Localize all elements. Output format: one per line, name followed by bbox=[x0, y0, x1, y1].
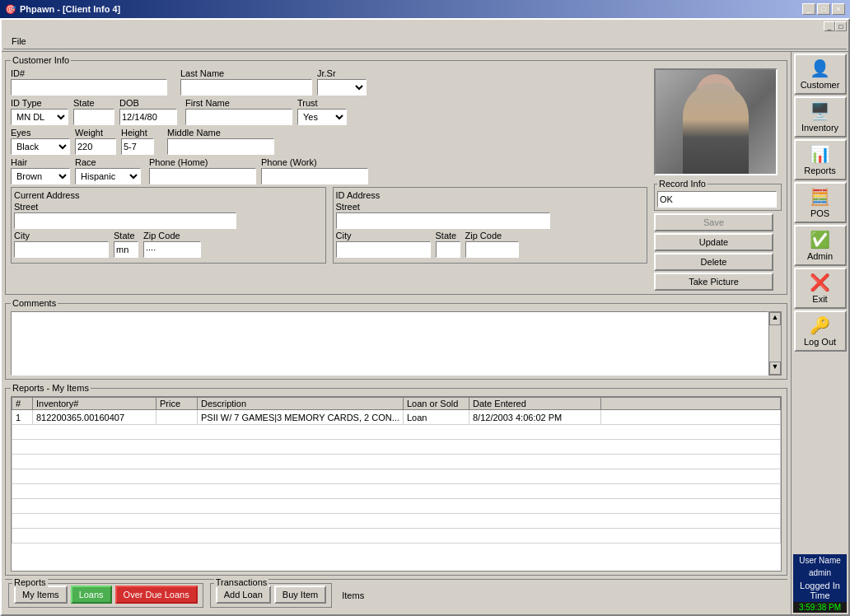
comments-textarea[interactable] bbox=[11, 311, 768, 376]
table-row-empty bbox=[12, 514, 781, 529]
current-street-input[interactable] bbox=[14, 212, 236, 229]
current-state-input[interactable] bbox=[114, 241, 138, 258]
add-loan-button[interactable]: Add Loan bbox=[216, 586, 271, 604]
admin-icon: ✅ bbox=[810, 230, 830, 250]
inner-minimize-btn[interactable]: _ bbox=[824, 21, 835, 31]
table-row[interactable]: 1 812200365.00160407 PSII W/ 7 GAMES|3 M… bbox=[12, 410, 781, 425]
phone-work-input[interactable] bbox=[261, 168, 368, 184]
cell-price bbox=[156, 410, 198, 425]
current-street-label: Street bbox=[14, 202, 323, 212]
customer-photo-area: Record Info Save Update Delete Take Pict… bbox=[654, 68, 782, 291]
field-first-name: First Name bbox=[185, 98, 292, 125]
id-input[interactable] bbox=[11, 79, 167, 96]
row-id: ID# Last Name Jr.Sr bbox=[11, 68, 647, 96]
cell-inventory: 812200365.00160407 bbox=[33, 410, 156, 425]
dob-input[interactable] bbox=[119, 109, 177, 125]
current-city-input[interactable] bbox=[14, 241, 109, 258]
sidebar-admin-btn[interactable]: ✅ Admin bbox=[794, 225, 847, 266]
col-num: # bbox=[12, 398, 33, 410]
id-state-input[interactable] bbox=[436, 241, 460, 258]
comments-scroll-down[interactable]: ▼ bbox=[769, 362, 781, 375]
comments-fieldset: Comments ▲ ▼ bbox=[5, 298, 787, 380]
current-address-section: Current Address Street City bbox=[11, 187, 326, 264]
customer-info-legend: Customer Info bbox=[11, 55, 71, 65]
sidebar-logout-btn[interactable]: 🔑 Log Out bbox=[794, 310, 847, 352]
sidebar-reports-btn[interactable]: 📊 Reports bbox=[794, 139, 847, 180]
cell-num: 1 bbox=[12, 410, 33, 425]
hair-select[interactable]: Brown Black Blonde bbox=[11, 168, 70, 184]
outer-maximize-btn[interactable]: □ bbox=[817, 3, 830, 15]
phone-work-label: Phone (Work) bbox=[261, 157, 368, 167]
height-input[interactable] bbox=[121, 138, 154, 155]
table-row-empty bbox=[12, 425, 781, 440]
admin-label: Admin bbox=[807, 251, 833, 261]
loans-button[interactable]: Loans bbox=[71, 586, 112, 604]
inner-restore-btn[interactable]: □ bbox=[835, 21, 847, 31]
sidebar-customer-btn[interactable]: 👤 Customer bbox=[794, 54, 847, 95]
take-picture-button[interactable]: Take Picture bbox=[654, 273, 773, 291]
middle-name-input[interactable] bbox=[167, 138, 274, 155]
buy-item-button[interactable]: Buy Item bbox=[274, 586, 326, 604]
field-trust: Trust Yes No bbox=[297, 98, 347, 125]
table-row-empty bbox=[12, 499, 781, 514]
race-select[interactable]: Hispanic White Black bbox=[75, 168, 141, 184]
update-button[interactable]: Update bbox=[654, 233, 773, 251]
outer-minimize-btn[interactable]: _ bbox=[802, 3, 815, 15]
first-name-input[interactable] bbox=[185, 109, 292, 125]
trust-select[interactable]: Yes No bbox=[297, 109, 347, 125]
field-id-type: ID Type MN DL Other bbox=[11, 98, 68, 125]
field-state: State bbox=[73, 98, 114, 125]
eyes-label: Eyes bbox=[11, 128, 70, 138]
sidebar-exit-btn[interactable]: ❌ Exit bbox=[794, 268, 847, 309]
sidebar-inventory-btn[interactable]: 🖥️ Inventory bbox=[794, 96, 847, 138]
weight-input[interactable] bbox=[75, 138, 116, 155]
eyes-select[interactable]: Black Blue Brown Green bbox=[11, 138, 70, 155]
customer-photo bbox=[654, 68, 778, 175]
overdue-button[interactable]: Over Due Loans bbox=[115, 586, 198, 604]
items-label: Items bbox=[342, 590, 364, 600]
field-eyes: Eyes Black Blue Brown Green bbox=[11, 128, 70, 155]
bottom-bar: Reports My Items Loans Over Due Loans Tr… bbox=[5, 579, 787, 611]
cell-extra bbox=[601, 410, 781, 425]
state-input[interactable] bbox=[73, 109, 114, 125]
save-button[interactable]: Save bbox=[654, 213, 773, 231]
field-jr-sr: Jr.Sr Jr Sr bbox=[317, 68, 367, 96]
my-items-button[interactable]: My Items bbox=[14, 586, 68, 604]
record-info-legend: Record Info bbox=[657, 179, 708, 189]
record-status-field bbox=[657, 191, 777, 208]
phone-home-input[interactable] bbox=[149, 168, 256, 184]
field-race: Race Hispanic White Black bbox=[75, 157, 141, 184]
id-city-input[interactable] bbox=[336, 241, 431, 258]
sidebar-pos-btn[interactable]: 🧮 POS bbox=[794, 182, 847, 223]
jr-sr-select[interactable]: Jr Sr bbox=[317, 79, 367, 96]
last-name-input[interactable] bbox=[180, 79, 312, 96]
menu-file[interactable]: File bbox=[7, 35, 31, 48]
title-bar-text: 🎯 Phpawn - [Client Info 4] bbox=[5, 4, 120, 15]
id-zip-label: Zip Code bbox=[465, 231, 519, 240]
field-dob: DOB bbox=[119, 98, 177, 125]
outer-close-btn[interactable]: × bbox=[832, 3, 845, 15]
logout-label: Log Out bbox=[804, 337, 836, 347]
reports-icon: 📊 bbox=[810, 144, 830, 164]
field-weight: Weight bbox=[75, 128, 116, 155]
id-type-select[interactable]: MN DL Other bbox=[11, 109, 68, 125]
current-zip-input[interactable] bbox=[143, 241, 201, 258]
row-eyes: Eyes Black Blue Brown Green Weight bbox=[11, 128, 647, 155]
id-zip-input[interactable] bbox=[465, 241, 519, 258]
delete-button[interactable]: Delete bbox=[654, 253, 773, 271]
col-price: Price bbox=[156, 398, 198, 410]
title-bar-controls: _ □ × bbox=[802, 3, 845, 15]
id-street-input[interactable] bbox=[336, 212, 550, 229]
table-row-empty bbox=[12, 440, 781, 455]
field-phone-home: Phone (Home) bbox=[149, 157, 256, 184]
current-zip-label: Zip Code bbox=[143, 231, 201, 240]
id-label: ID# bbox=[11, 68, 167, 78]
comments-scroll-up[interactable]: ▲ bbox=[769, 312, 781, 325]
current-address-label: Current Address bbox=[14, 190, 323, 200]
current-state-label: State bbox=[114, 231, 138, 240]
dob-label: DOB bbox=[119, 98, 177, 108]
field-last-name: Last Name bbox=[180, 68, 312, 96]
pos-icon: 🧮 bbox=[810, 187, 830, 207]
field-middle-name: Middle Name bbox=[167, 128, 274, 155]
logout-icon: 🔑 bbox=[810, 315, 830, 335]
